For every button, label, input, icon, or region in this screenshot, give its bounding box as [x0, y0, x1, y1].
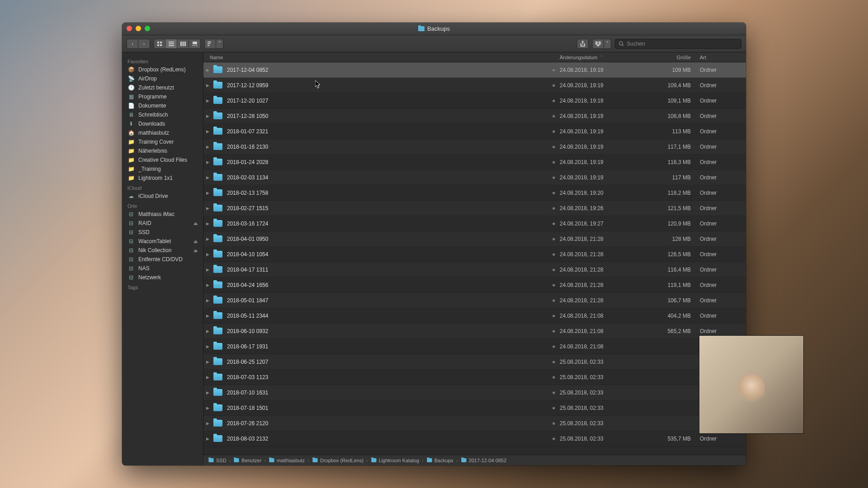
share-button[interactable]	[577, 39, 589, 49]
sidebar-item[interactable]: 🏠matthiasbutz	[122, 128, 203, 137]
path-item[interactable]: SSD	[208, 458, 226, 463]
sidebar-item[interactable]: 📦Dropbox (RedLens)	[122, 65, 203, 74]
table-row[interactable]: ▶ 2018-08-03 2132 ● 25.08.2018, 02:33 53…	[203, 431, 746, 446]
disclosure-triangle[interactable]: ▶	[203, 68, 212, 72]
table-row[interactable]: ▶ 2017-12-04 0852 ● 24.08.2018, 19:19 10…	[203, 62, 746, 78]
table-row[interactable]: ▶ 2018-04-17 1311 ● 24.08.2018, 21:28 11…	[203, 262, 746, 277]
eject-icon[interactable]: ⏏	[193, 248, 198, 253]
sidebar-item[interactable]: ⊟SSD	[122, 228, 203, 237]
table-row[interactable]: ▶ 2018-02-03 1134 ● 24.08.2018, 19:19 11…	[203, 170, 746, 185]
disclosure-triangle[interactable]: ▶	[203, 145, 212, 149]
sidebar-item[interactable]: ⊟RAID⏏	[122, 219, 203, 228]
table-row[interactable]: ▶ 2018-07-26 2120 ● 25.08.2018, 02:33	[203, 416, 746, 431]
search-field[interactable]	[615, 39, 741, 49]
table-row[interactable]: ▶ 2018-07-10 1631 ● 25.08.2018, 02:33	[203, 385, 746, 400]
table-row[interactable]: ▶ 2018-02-27 1515 ● 24.08.2018, 19:26 12…	[203, 201, 746, 216]
table-row[interactable]: ▶ 2018-01-24 2028 ● 24.08.2018, 19:19 11…	[203, 155, 746, 170]
maximize-button[interactable]	[145, 26, 150, 31]
disclosure-triangle[interactable]: ▶	[203, 191, 212, 195]
table-row[interactable]: ▶ 2018-05-11 2344 ● 24.08.2018, 21:08 40…	[203, 308, 746, 324]
sidebar-item[interactable]: 📁Creative Cloud Files	[122, 155, 203, 164]
sidebar-item[interactable]: 🕓Zuletzt benutzt	[122, 83, 203, 92]
arrange-button[interactable]	[204, 39, 216, 49]
disclosure-triangle[interactable]: ▶	[203, 114, 212, 118]
eject-icon[interactable]: ⏏	[193, 221, 198, 226]
table-row[interactable]: ▶ 2017-12-12 0959 ● 24.08.2018, 19:19 10…	[203, 78, 746, 93]
search-input[interactable]	[627, 41, 737, 47]
table-row[interactable]: ▶ 2018-05-01 1847 ● 24.08.2018, 21:28 10…	[203, 293, 746, 308]
sidebar-item[interactable]: ⊟Netzwerk	[122, 273, 203, 282]
col-name[interactable]: Name	[203, 55, 560, 60]
table-row[interactable]: ▶ 2018-06-25 1207 ● 25.08.2018, 02:33	[203, 354, 746, 370]
sidebar-item[interactable]: 📡AirDrop	[122, 74, 203, 83]
disclosure-triangle[interactable]: ▶	[203, 283, 212, 287]
disclosure-triangle[interactable]: ▶	[203, 314, 212, 318]
sidebar-item[interactable]: ⊟Nik Collection⏏	[122, 246, 203, 255]
disclosure-triangle[interactable]: ▶	[203, 206, 212, 211]
disclosure-triangle[interactable]: ▶	[203, 375, 212, 380]
disclosure-triangle[interactable]: ▶	[203, 267, 212, 272]
eject-icon[interactable]: ⏏	[193, 239, 198, 244]
sidebar-item[interactable]: ⊟Matthiass iMac	[122, 210, 203, 219]
gallery-view-button[interactable]	[189, 39, 201, 49]
back-button[interactable]: ‹	[127, 39, 138, 49]
disclosure-triangle[interactable]: ▶	[203, 83, 212, 88]
disclosure-triangle[interactable]: ▶	[203, 298, 212, 303]
sidebar-item[interactable]: ⊟NAS	[122, 264, 203, 273]
table-row[interactable]: ▶ 2018-01-16 2130 ● 24.08.2018, 19:19 11…	[203, 139, 746, 155]
disclosure-triangle[interactable]: ▶	[203, 237, 212, 241]
close-button[interactable]	[127, 26, 132, 31]
minimize-button[interactable]	[136, 26, 141, 31]
disclosure-triangle[interactable]: ▶	[203, 129, 212, 134]
sidebar-item[interactable]: 📁Näherlebnis	[122, 146, 203, 155]
column-view-button[interactable]	[177, 39, 189, 49]
sidebar-item[interactable]: ☁iCloud Drive	[122, 192, 203, 201]
table-row[interactable]: ▶ 2018-07-03 1123 ● 25.08.2018, 02:33	[203, 370, 746, 385]
sidebar-item[interactable]: 🖥Schreibtisch	[122, 110, 203, 119]
disclosure-triangle[interactable]: ▶	[203, 175, 212, 180]
table-row[interactable]: ▶ 2017-12-28 1050 ● 24.08.2018, 19:19 10…	[203, 108, 746, 124]
disclosure-triangle[interactable]: ▶	[203, 360, 212, 364]
disclosure-triangle[interactable]: ▶	[203, 390, 212, 395]
disclosure-triangle[interactable]: ▶	[203, 421, 212, 426]
path-item[interactable]: Benutzer	[233, 458, 261, 463]
titlebar[interactable]: Backups	[122, 23, 746, 35]
path-item[interactable]: Backups	[426, 458, 453, 463]
table-row[interactable]: ▶ 2018-04-24 1656 ● 24.08.2018, 21:28 11…	[203, 277, 746, 293]
disclosure-triangle[interactable]: ▶	[203, 344, 212, 349]
sidebar-item[interactable]: 📁_Training	[122, 164, 203, 174]
disclosure-triangle[interactable]: ▶	[203, 99, 212, 103]
sidebar-item[interactable]: 📄Dokumente	[122, 101, 203, 110]
sidebar-item[interactable]: 📁Training Cover	[122, 137, 203, 146]
sidebar-item[interactable]: ▦Programme	[122, 92, 203, 101]
col-kind[interactable]: Art	[700, 55, 741, 60]
table-row[interactable]: ▶ 2017-12-20 1027 ● 24.08.2018, 19:19 10…	[203, 93, 746, 108]
disclosure-triangle[interactable]: ▶	[203, 252, 212, 257]
sidebar-item[interactable]: 📁Lightroom 1x1	[122, 174, 203, 183]
table-row[interactable]: ▶ 2018-07-18 1501 ● 25.08.2018, 02:33	[203, 400, 746, 416]
path-item[interactable]: matthiasbutz	[269, 458, 305, 463]
file-rows[interactable]: ▶ 2017-12-04 0852 ● 24.08.2018, 19:19 10…	[203, 62, 746, 455]
list-view-button[interactable]	[165, 39, 177, 49]
sidebar-item[interactable]: ⬇Downloads	[122, 119, 203, 128]
table-row[interactable]: ▶ 2018-06-17 1931 ● 24.08.2018, 21:08	[203, 339, 746, 354]
table-row[interactable]: ▶ 2018-06-10 0932 ● 24.08.2018, 21:08 56…	[203, 324, 746, 339]
disclosure-triangle[interactable]: ▶	[203, 221, 212, 226]
disclosure-triangle[interactable]: ▶	[203, 329, 212, 333]
path-item[interactable]: Lightroom Katalog	[371, 458, 419, 463]
path-item[interactable]: Dropbox (RedLens)	[312, 458, 363, 463]
forward-button[interactable]: ›	[138, 39, 150, 49]
dropbox-dropdown[interactable]: ˅	[604, 39, 611, 49]
dropbox-button[interactable]	[592, 39, 604, 49]
table-row[interactable]: ▶ 2018-04-01 0950 ● 24.08.2018, 21:28 12…	[203, 231, 746, 247]
path-bar[interactable]: SSD›Benutzer›matthiasbutz›Dropbox (RedLe…	[203, 455, 746, 465]
table-row[interactable]: ▶ 2018-04-10 1054 ● 24.08.2018, 21:28 12…	[203, 247, 746, 262]
table-row[interactable]: ▶ 2018-02-13 1758 ● 24.08.2018, 19:20 11…	[203, 185, 746, 201]
arrange-dropdown[interactable]: ˅	[216, 39, 223, 49]
sidebar-item[interactable]: ⊟Entfernte CD/DVD	[122, 255, 203, 264]
col-size[interactable]: Größe	[646, 55, 700, 60]
path-item[interactable]: 2017-12-04 0852	[461, 458, 507, 463]
table-row[interactable]: ▶ 2018-03-16 1724 ● 24.08.2018, 19:27 12…	[203, 216, 746, 231]
col-date[interactable]: Änderungsdatum	[560, 55, 646, 60]
table-row[interactable]: ▶ 2018-01-07 2321 ● 24.08.2018, 19:19 11…	[203, 124, 746, 139]
